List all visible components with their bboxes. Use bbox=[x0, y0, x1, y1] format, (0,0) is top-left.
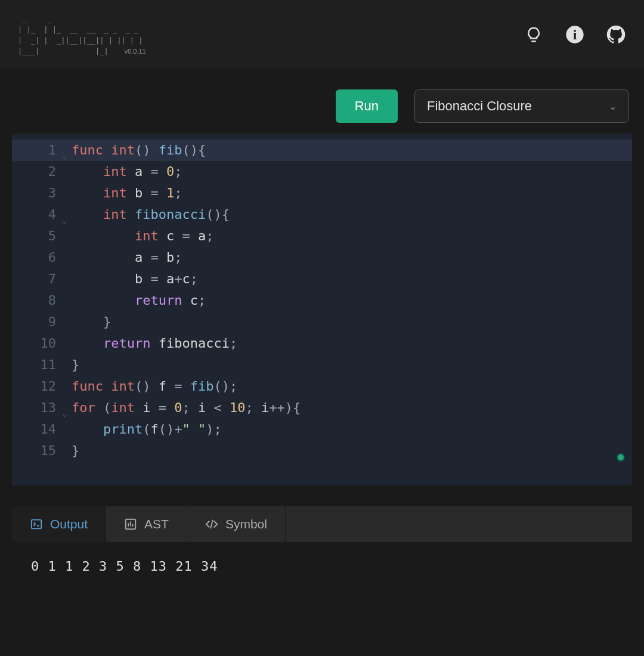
line-number: 2 bbox=[12, 161, 61, 182]
header: _ _ | |_ | |_ __ __ _ _ _ _ | _| | _||__… bbox=[0, 0, 644, 69]
fold-icon[interactable]: ⌄ bbox=[63, 146, 67, 167]
lightbulb-icon[interactable] bbox=[524, 24, 544, 45]
info-icon[interactable]: i bbox=[565, 24, 585, 45]
line-number: 5 bbox=[12, 225, 61, 247]
code-content[interactable]: int c = a; bbox=[61, 225, 213, 247]
tab-symbol-label: Symbol bbox=[225, 517, 267, 531]
code-line[interactable]: 6 a = b; bbox=[12, 247, 632, 268]
code-line[interactable]: 7 b = a+c; bbox=[12, 268, 632, 290]
line-number: 13⌄ bbox=[12, 397, 61, 419]
code-line[interactable]: 14 print(f()+" "); bbox=[12, 419, 632, 440]
line-number: 9 bbox=[12, 311, 61, 333]
tab-symbol[interactable]: Symbol bbox=[187, 506, 286, 542]
fold-icon[interactable]: ⌄ bbox=[63, 403, 67, 425]
line-number: 7 bbox=[12, 268, 61, 290]
controls-row: Run Fibonacci Closure ⌄ bbox=[12, 89, 632, 123]
code-line[interactable]: 11} bbox=[12, 354, 632, 376]
run-button[interactable]: Run bbox=[336, 89, 398, 123]
code-line[interactable]: 2 int a = 0; bbox=[12, 161, 632, 182]
code-content[interactable]: } bbox=[61, 311, 111, 333]
line-number: 11 bbox=[12, 354, 61, 376]
line-number: 6 bbox=[12, 247, 61, 268]
line-number: 10 bbox=[12, 333, 61, 354]
line-number: 4⌄ bbox=[12, 204, 61, 225]
status-indicator-icon bbox=[617, 453, 625, 462]
code-line[interactable]: 13⌄for (int i = 0; i < 10; i++){ bbox=[12, 397, 632, 419]
code-content[interactable]: func int() fib(){ bbox=[61, 140, 206, 161]
version-label: v0.0.11 bbox=[125, 48, 146, 55]
tab-ast[interactable]: AST bbox=[106, 506, 187, 542]
code-content[interactable]: return fibonacci; bbox=[61, 333, 237, 354]
fold-icon[interactable]: ⌄ bbox=[63, 210, 67, 231]
line-number: 15 bbox=[12, 440, 61, 462]
code-content[interactable]: int fibonacci(){ bbox=[61, 204, 230, 225]
code-content[interactable]: } bbox=[61, 440, 79, 462]
tab-output[interactable]: Output bbox=[12, 506, 106, 542]
chart-icon bbox=[124, 518, 137, 531]
line-number: 3 bbox=[12, 182, 61, 204]
terminal-icon bbox=[30, 518, 43, 531]
code-line[interactable]: 9 } bbox=[12, 311, 632, 333]
code-content[interactable]: print(f()+" "); bbox=[61, 419, 222, 440]
code-content[interactable]: return c; bbox=[61, 290, 206, 311]
line-number: 14 bbox=[12, 419, 61, 440]
code-line[interactable]: 4⌄ int fibonacci(){ bbox=[12, 204, 632, 225]
example-selector-label: Fibonacci Closure bbox=[427, 98, 532, 114]
code-line[interactable]: 1⌄func int() fib(){ bbox=[12, 140, 632, 161]
code-content[interactable]: b = a+c; bbox=[61, 268, 198, 290]
tab-ast-label: AST bbox=[144, 517, 169, 531]
code-content[interactable]: int a = 0; bbox=[61, 161, 182, 182]
code-content[interactable]: } bbox=[61, 354, 79, 376]
header-icons: i bbox=[524, 24, 626, 45]
code-content[interactable]: func int() f = fib(); bbox=[61, 376, 237, 397]
chevron-down-icon: ⌄ bbox=[609, 101, 617, 112]
line-number: 8 bbox=[12, 290, 61, 311]
code-line[interactable]: 3 int b = 1; bbox=[12, 182, 632, 204]
code-line[interactable]: 12func int() f = fib(); bbox=[12, 376, 632, 397]
example-selector[interactable]: Fibonacci Closure ⌄ bbox=[414, 89, 629, 123]
output-panel: 0 1 1 2 3 5 8 13 21 34 bbox=[12, 542, 632, 643]
line-number: 1⌄ bbox=[12, 140, 61, 161]
code-line[interactable]: 8 return c; bbox=[12, 290, 632, 311]
code-content[interactable]: int b = 1; bbox=[61, 182, 182, 204]
logo-block: _ _ | |_ | |_ __ __ _ _ _ _ | _| | _||__… bbox=[18, 13, 147, 56]
main-area: Run Fibonacci Closure ⌄ 1⌄func int() fib… bbox=[0, 69, 644, 655]
code-line[interactable]: 15} bbox=[12, 440, 632, 462]
code-line[interactable]: 5 int c = a; bbox=[12, 225, 632, 247]
svg-text:i: i bbox=[573, 27, 577, 42]
svg-rect-2 bbox=[32, 520, 42, 529]
output-text: 0 1 1 2 3 5 8 13 21 34 bbox=[31, 559, 218, 574]
github-icon[interactable] bbox=[606, 24, 626, 45]
code-content[interactable]: for (int i = 0; i < 10; i++){ bbox=[61, 397, 301, 419]
code-icon bbox=[205, 518, 218, 531]
line-number: 12 bbox=[12, 376, 61, 397]
code-line[interactable]: 10 return fibonacci; bbox=[12, 333, 632, 354]
code-content[interactable]: a = b; bbox=[61, 247, 182, 268]
output-tabs: Output AST Symbol bbox=[12, 506, 632, 542]
code-editor[interactable]: 1⌄func int() fib(){2 int a = 0;3 int b =… bbox=[12, 134, 632, 485]
tab-output-label: Output bbox=[50, 517, 88, 531]
